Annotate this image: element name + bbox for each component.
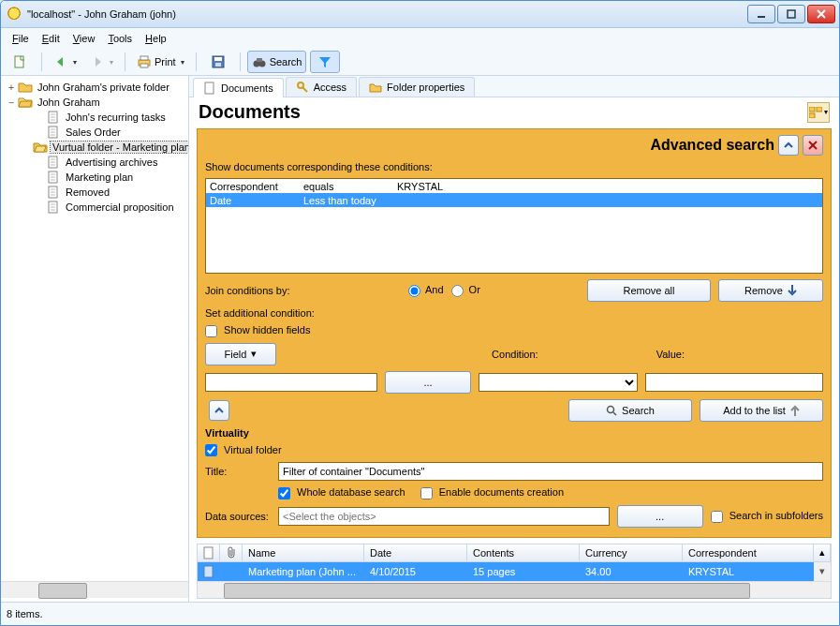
field-input[interactable] — [205, 373, 377, 392]
minimize-button[interactable] — [747, 5, 775, 23]
svg-point-45 — [608, 406, 614, 412]
tabs: Documents Access Folder properties — [189, 76, 839, 97]
col-currency[interactable]: Currency — [580, 544, 683, 561]
document-icon — [46, 155, 61, 170]
magnifier-icon — [606, 405, 617, 416]
app-icon — [7, 7, 22, 22]
search-subfolders-checkbox[interactable]: Search in subfolders — [711, 510, 823, 523]
arrow-up-icon — [790, 405, 800, 416]
data-sources-label: Data sources: — [205, 511, 271, 522]
menu-edit[interactable]: Edit — [42, 33, 60, 44]
search-label: Search — [270, 56, 302, 67]
collapse-icon[interactable]: − — [5, 97, 18, 108]
join-or[interactable]: Or — [451, 284, 480, 297]
key-icon — [296, 81, 309, 94]
condition-select[interactable] — [479, 373, 638, 392]
tree-item[interactable]: Sales Order — [5, 125, 188, 140]
fwd-button[interactable]: ▾ — [85, 51, 118, 73]
close-button[interactable] — [807, 5, 835, 23]
new-doc-button[interactable] — [5, 51, 35, 73]
tree-item[interactable]: John's recurring tasks — [5, 110, 188, 125]
menu-file[interactable]: File — [12, 33, 29, 44]
tree-item[interactable]: Vurtual folder - Marketing plan — [5, 140, 188, 155]
value-input[interactable] — [645, 373, 823, 392]
filter-toggle[interactable] — [310, 51, 340, 73]
advanced-search-panel: Advanced search Show documents correspon… — [197, 128, 832, 538]
virtual-folder-checkbox[interactable]: Virtual folder — [205, 444, 823, 457]
menu-help[interactable]: Help — [145, 33, 167, 44]
tree-item[interactable]: Commercial proposition — [5, 200, 188, 215]
svg-rect-38 — [205, 82, 214, 94]
grid-row[interactable]: Marketing plan (John ... 4/10/2015 15 pa… — [198, 562, 831, 581]
data-sources-browse[interactable]: ... — [617, 505, 703, 528]
funnel-icon — [317, 54, 332, 69]
document-icon — [46, 125, 61, 140]
tree-root-user[interactable]: − John Graham — [5, 95, 188, 110]
virtuality-heading: Virtuality — [205, 427, 823, 439]
view-options-button[interactable]: ▾ — [807, 102, 830, 123]
condition-row[interactable]: CorrespondentequalsKRYSTAL — [206, 179, 822, 193]
expand-icon[interactable]: + — [5, 82, 18, 93]
statusbar: 8 items. — [1, 602, 839, 625]
col-date[interactable]: Date — [364, 544, 467, 561]
svg-rect-9 — [214, 57, 222, 61]
col-correspondent[interactable]: Correspondent — [683, 544, 814, 561]
grid-vscroll-down[interactable]: ▾ — [814, 562, 831, 581]
document-icon — [46, 200, 61, 215]
status-text: 8 items. — [7, 608, 43, 619]
tree-item[interactable]: Removed — [5, 185, 188, 200]
col-attach-icon[interactable] — [220, 544, 243, 561]
menu-tools[interactable]: Tools — [108, 33, 132, 44]
enable-create-checkbox[interactable]: Enable documents creation — [420, 486, 564, 499]
document-icon — [203, 82, 216, 95]
maximize-button[interactable] — [777, 5, 805, 23]
field-browse-button[interactable]: ... — [385, 371, 471, 394]
data-sources-input[interactable] — [278, 507, 610, 526]
title-input[interactable] — [278, 462, 823, 481]
results-grid: Name Date Contents Currency Corresponden… — [197, 544, 832, 599]
print-button[interactable]: Print ▾ — [132, 51, 189, 73]
tree-hscrollbar[interactable] — [1, 581, 188, 598]
window-title: "localhost" - John Graham (john) — [27, 8, 747, 20]
menu-view[interactable]: View — [73, 33, 96, 44]
doc-icon — [203, 565, 214, 578]
folder-tree: + John Graham's private folder − John Gr… — [1, 76, 189, 602]
collapse-section-button[interactable] — [209, 400, 229, 421]
remove-button[interactable]: Remove — [718, 279, 823, 302]
collapse-button[interactable] — [778, 135, 799, 156]
remove-all-button[interactable]: Remove all — [587, 279, 711, 302]
back-button[interactable]: ▾ — [49, 51, 81, 73]
tree-root-private[interactable]: + John Graham's private folder — [5, 80, 188, 95]
tree-item[interactable]: Advertising archives — [5, 155, 188, 170]
set-additional-label: Set additional condition: — [205, 307, 823, 319]
col-contents[interactable]: Contents — [467, 544, 580, 561]
whole-db-checkbox[interactable]: Whole database search — [278, 486, 405, 499]
tab-folder-props[interactable]: Folder properties — [359, 77, 475, 97]
close-panel-button[interactable] — [803, 135, 823, 156]
tree-item[interactable]: Marketing plan — [5, 170, 188, 185]
binoculars-icon — [252, 54, 267, 69]
tab-access[interactable]: Access — [286, 77, 357, 97]
search-toggle[interactable]: Search — [247, 51, 307, 73]
col-name[interactable]: Name — [243, 544, 364, 561]
grid-vscroll-up[interactable]: ▴ — [814, 544, 831, 561]
grid-hscrollbar[interactable] — [198, 581, 831, 598]
field-dropdown[interactable]: Field▾ — [205, 343, 276, 365]
join-and[interactable]: And — [408, 284, 444, 297]
show-hidden-checkbox[interactable]: Show hidden fields — [205, 324, 823, 337]
document-icon — [46, 170, 61, 185]
svg-rect-42 — [809, 113, 815, 118]
show-conditions-label: Show documents corresponding these condi… — [205, 161, 823, 172]
save-button[interactable] — [203, 51, 233, 73]
conditions-list[interactable]: CorrespondentequalsKRYSTALDateLess than … — [205, 178, 823, 274]
tab-documents[interactable]: Documents — [193, 78, 284, 97]
arrow-down-icon — [788, 285, 797, 296]
col-type-icon[interactable] — [198, 544, 220, 561]
document-icon — [46, 185, 61, 200]
new-doc-icon — [12, 54, 27, 69]
search-button[interactable]: Search — [568, 399, 692, 422]
condition-row[interactable]: DateLess than today — [206, 193, 822, 207]
save-icon — [211, 54, 226, 69]
add-to-list-button[interactable]: Add to the list — [700, 399, 823, 422]
grid-header[interactable]: Name Date Contents Currency Corresponden… — [198, 544, 831, 562]
